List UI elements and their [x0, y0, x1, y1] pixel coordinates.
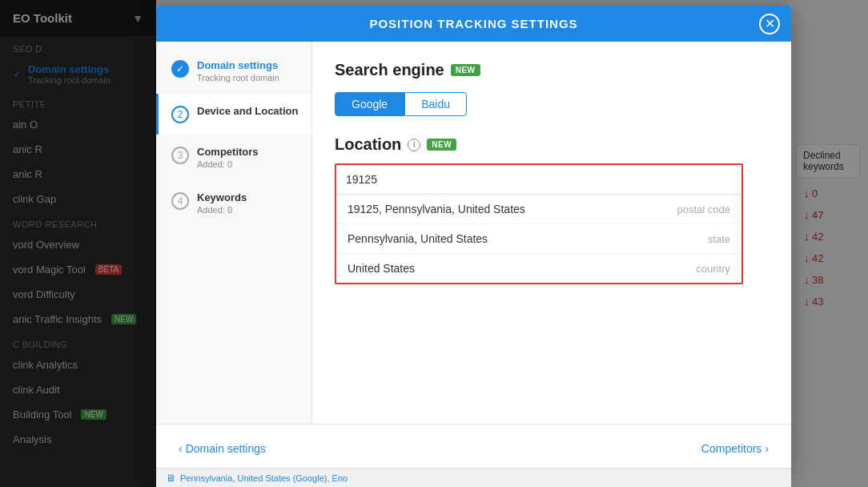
modal-main-content: Search engine NEW Google Baidu Location … [312, 42, 791, 424]
wizard-sublabel-competitors: Added: 0 [197, 159, 259, 169]
wizard-step-domain-settings[interactable]: ✓ Domain settings Tracking root domain [156, 48, 311, 94]
modal-footer: ‹ Domain settings Competitors › [156, 424, 791, 472]
location-input[interactable] [336, 165, 741, 195]
location-option-state-label: Pennsylvania, United States [348, 232, 488, 245]
location-title: Location [335, 135, 401, 154]
modal-close-button[interactable]: ✕ [759, 14, 780, 34]
wizard-step-device-location[interactable]: 2 Device and Location [156, 94, 311, 135]
status-bar: 🖥 Pennsylvania, United States (Google), … [156, 468, 791, 487]
search-engine-new-badge: NEW [451, 64, 480, 76]
wizard-label-device: Device and Location [197, 105, 298, 117]
location-type-postal: postal code [677, 203, 731, 215]
search-engine-title-row: Search engine NEW [335, 61, 769, 79]
engine-btn-baidu[interactable]: Baidu [404, 92, 467, 116]
location-option-postal-label: 19125, Pennsylvania, United States [348, 203, 525, 215]
location-option-postal[interactable]: 19125, Pennsylvania, United States posta… [336, 195, 741, 224]
wizard-step-num-1: ✓ [171, 60, 189, 78]
modal-body: ✓ Domain settings Tracking root domain 2… [156, 42, 791, 424]
location-type-state: state [708, 233, 730, 245]
location-new-badge: NEW [427, 139, 456, 151]
location-type-country: country [696, 263, 730, 275]
engine-btn-google[interactable]: Google [335, 92, 404, 116]
info-icon[interactable]: i [408, 139, 420, 151]
location-option-country[interactable]: United States country [336, 254, 741, 283]
wizard-step-keywords[interactable]: 4 Keywords Added: 0 [156, 180, 311, 226]
location-title-row: Location i NEW [335, 135, 769, 154]
location-dropdown: 19125, Pennsylvania, United States posta… [336, 195, 741, 283]
wizard-step-num-2: 2 [171, 106, 189, 123]
wizard-sublabel-domain: Tracking root domain [197, 73, 279, 83]
wizard-step-competitors[interactable]: 3 Competitors Added: 0 [156, 135, 311, 180]
footer-next-label: Competitors [701, 442, 762, 455]
status-bar-text: Pennsylvania, United States (Google), En… [180, 473, 348, 483]
wizard-label-competitors: Competitors [197, 146, 259, 158]
location-container: 19125, Pennsylvania, United States posta… [335, 163, 743, 284]
wizard-sublabel-keywords: Added: 0 [197, 205, 247, 215]
modal-header: POSITION TRACKING SETTINGS ✕ [156, 6, 791, 42]
modal: POSITION TRACKING SETTINGS ✕ ✓ Domain se… [156, 6, 791, 478]
modal-title: POSITION TRACKING SETTINGS [369, 17, 577, 30]
footer-back-button[interactable]: ‹ Domain settings [179, 442, 266, 455]
chevron-left-icon: ‹ [179, 442, 183, 455]
engine-buttons: Google Baidu [335, 92, 769, 116]
footer-back-label: Domain settings [186, 442, 266, 455]
wizard-step-num-4: 4 [171, 192, 189, 210]
wizard-label-keywords: Keywords [197, 191, 247, 203]
wizard-step-num-3: 3 [171, 147, 189, 164]
wizard-sidebar: ✓ Domain settings Tracking root domain 2… [156, 42, 312, 424]
wizard-label-domain: Domain settings [197, 59, 279, 71]
location-option-state[interactable]: Pennsylvania, United States state [336, 224, 741, 254]
location-option-country-label: United States [348, 262, 415, 275]
chevron-right-icon: › [765, 442, 769, 455]
footer-next-button[interactable]: Competitors › [701, 442, 769, 455]
search-engine-title: Search engine [335, 61, 444, 79]
monitor-icon: 🖥 [166, 473, 175, 484]
